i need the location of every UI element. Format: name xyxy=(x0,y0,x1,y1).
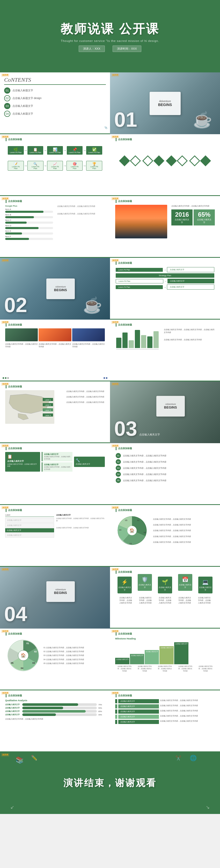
big-number-03: 03 xyxy=(114,418,137,439)
conclusion-slide: 演界网 📚 ✏️ 🌐 ✂️ ↙ ↘ 演讲结束，谢谢观看 xyxy=(0,752,220,814)
section-04-bg: Adventure BEGINS 04 演界网 xyxy=(0,567,110,628)
process-flow: 🌿 Lorem Fit Plan → 📋 Lorem Fit Plan → 📊 … xyxy=(5,144,105,157)
svg-text:02: 02 xyxy=(144,531,146,534)
stats-content: 点击输入相关文字内容，点击输入相关文字内容 2016 点击输入相关文字 65% … xyxy=(113,204,217,250)
svg-text:Label 4: Label 4 xyxy=(45,414,51,416)
stair-label-3: 点击输入相关文字 xyxy=(146,651,158,653)
watermark-20: 演界网 xyxy=(1,630,9,633)
watermark-22: 演界网 xyxy=(1,691,9,695)
bottom-decoration: 📎 xyxy=(104,126,107,129)
conclusion-text: 演讲结束，谢谢观看 xyxy=(63,777,157,789)
wheel-svg-container: 🏠 01 02 03 04 05 xyxy=(5,638,42,674)
section-02-slide: Adventure BEGINS 02 演界网 xyxy=(0,258,110,319)
sunset-photo-container xyxy=(115,205,167,249)
stat-percent: 65% xyxy=(196,211,212,218)
hbars-right-text: 点击输入相关文字内容，点击输入相关文字内容 xyxy=(57,205,105,208)
watermark-17: 演界网 xyxy=(111,506,119,509)
proc-label-2: Lorem Fit Plan xyxy=(29,152,42,153)
qualitative-slide: 演界网 点击添加标题 Qualitative Analysis 点击输入相关文字… xyxy=(0,690,110,752)
qual-bar-1 xyxy=(22,703,78,706)
hbars-content: Google Plus Item A Item B Item C Item D xyxy=(3,204,107,242)
watermark-2: 演界网 xyxy=(1,73,9,77)
strat-box-4: 点击输入相关文字 xyxy=(167,279,215,283)
header-process: 点击添加标题 xyxy=(6,138,104,141)
qual-bar-4 xyxy=(22,713,56,716)
qual-item-label-2: 点击输入相关文字 xyxy=(5,707,21,709)
stripe-bar-3: 点击输入相关文字 xyxy=(118,710,159,714)
photo-text-1: 点击输入相关文字内容，点击输入相关文字内容 xyxy=(5,343,38,348)
icon-sym-1: ⚡ xyxy=(121,579,128,585)
stat-percent-label: 点击输入相关文字 xyxy=(196,218,212,224)
conc-doodle-2: ✏️ xyxy=(31,755,37,761)
proc-arrow-1: → xyxy=(24,148,27,153)
contents-text-2: 点击输入标题文字 design xyxy=(12,96,42,100)
map-text-2: 点击输入相关文字内容，点击输入相关文字内容 xyxy=(66,396,105,398)
section-03-bg: Adventure BEGINS 03 点击输入相关文字 演界网 xyxy=(110,381,220,443)
qual-item-label-4: 点击输入相关文字 xyxy=(5,713,21,716)
diamond-outline-3 xyxy=(177,155,188,166)
conc-doodle-6: ↘ xyxy=(206,804,210,810)
svg-text:01: 01 xyxy=(137,519,139,522)
svg-text:Label 1: Label 1 xyxy=(45,399,51,401)
step-circle-3: 03 xyxy=(116,465,121,471)
table-layout: Label 点击输入相关文字 点击输入相关文字 点击输入相关文字 点击输入相关文… xyxy=(5,514,105,537)
proc-1: 🌿 Lorem Fit Plan xyxy=(8,146,24,155)
strategy-row-2: Lorem Fit Plan → 点击输入相关文字 xyxy=(116,279,214,283)
proc-outline-3: 📈 Lorem Fit Plan xyxy=(47,161,63,170)
icon-sym-2: 🛡️ xyxy=(142,576,148,583)
header-pie: 点击添加标题 xyxy=(116,508,214,512)
hbar-track-4 xyxy=(5,227,53,229)
icon-card-1: ⚡ 点击输入相关文字 xyxy=(117,577,132,593)
field-2: 点击输入相关文字 xyxy=(5,523,54,528)
map-svg: Label 1 Label 2 Label 3 Label 4 xyxy=(5,390,54,424)
step-text-3: 点击输入相关文字内容，点击输入相关文字内容 xyxy=(123,467,166,470)
step-text-1: 点击输入相关文字内容，点击输入相关文字内容 xyxy=(123,454,166,457)
header-greenbox: 点击添加标题 xyxy=(6,447,104,450)
pie-content: 🏠 01 02 03 04 05 点击输入相关文字内容，点击输入相关文字内容 点… xyxy=(113,513,217,549)
svg-text:03: 03 xyxy=(32,662,35,664)
diamond-group-2 xyxy=(143,156,164,167)
bar-chart xyxy=(115,329,160,349)
header-steps: 点击添加标题 xyxy=(116,447,214,450)
header-diamond: 点击添加标题 xyxy=(116,138,214,141)
header-wheel: 点击添加标题 xyxy=(6,632,104,636)
label-field: Label xyxy=(5,514,54,517)
milestone-labels: 点击输入相关文字内容，点击输入相关文字内容 点击输入相关文字内容，点击输入相关文… xyxy=(115,665,215,672)
proc-out-icon-4: 🎯 xyxy=(69,162,80,166)
header-barchart: 点击添加标题 xyxy=(116,323,214,327)
proc-5: ✅ Lorem Fit Plan xyxy=(86,146,102,155)
section-02-bg: Adventure BEGINS 02 演界网 xyxy=(0,258,110,319)
proc-2: 📋 Lorem Fit Plan xyxy=(27,146,44,155)
hbar-label-5: Item E xyxy=(5,230,53,232)
photo-thumb-orange xyxy=(38,329,71,341)
proc-icon-3: 📊 xyxy=(49,147,61,152)
stripe-accent-2 xyxy=(115,704,117,709)
step-1: 01 点击输入相关文字内容，点击输入相关文字内容 xyxy=(116,453,214,458)
stripe-bar-5: 点击输入相关文字 xyxy=(118,720,159,724)
barchart-right: 点击输入相关文字内容，点击输入相关文字内容，点击输入相关文字内容 点击输入相关文… xyxy=(162,329,215,349)
step-5: 05 点击输入相关文字内容，点击输入相关文字内容 xyxy=(116,478,214,483)
contents-num-3: 03 xyxy=(4,103,10,109)
google-plus-label: Google Plus xyxy=(5,205,53,207)
contents-item-4: 04 点击输入标题文字 xyxy=(4,111,106,117)
stat-box-year: 2016 点击输入相关文字 xyxy=(171,210,193,225)
proc-out-icon-2: 🔍 xyxy=(30,162,41,166)
photo-stats-slide: 演界网 点击添加标题 点击输入相关文字内容，点击输入相关文字内容 2016 点击… xyxy=(110,196,220,258)
qual-footnote: 点击输入相关文字内容，点击输入相关文字内容 xyxy=(5,718,105,721)
wheel-item-1: 01 点击输入相关文字内容，点击输入相关文字内容 xyxy=(44,646,105,649)
contents-item-2: 02 点击输入标题文字 design xyxy=(4,95,106,101)
qual-pct-2: 55% xyxy=(98,707,105,709)
stat-boxes-row: 2016 点击输入相关文字 65% 点击输入相关文字 xyxy=(171,210,215,225)
green-box-icon-1: 📋 xyxy=(7,454,38,459)
icon-label-text-2: 点击输入相关文字内容，点击输入相关文字内容 xyxy=(138,596,153,604)
hbars-right: 点击输入相关文字内容，点击输入相关文字内容 点击输入相关文字内容，点击输入相关文… xyxy=(55,205,105,241)
svg-text:🏠: 🏠 xyxy=(21,653,26,658)
bar-3 xyxy=(129,340,134,348)
step-circle-2: 02 xyxy=(116,459,121,464)
blue-dot-1 xyxy=(104,377,105,379)
watermark-6: 演界网 xyxy=(1,197,9,200)
watermark-11: 演界网 xyxy=(111,321,119,324)
contents-text-4: 点击输入标题文字 xyxy=(12,112,33,116)
chalkboard: 教师说课 公开课 Thought for customer service "I… xyxy=(0,0,220,72)
proc-outline-2: 🔍 Lorem Fit Plan xyxy=(27,161,44,170)
